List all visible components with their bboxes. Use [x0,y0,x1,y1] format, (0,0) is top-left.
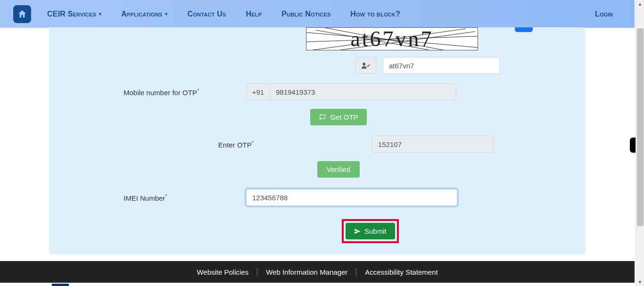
required-mark: * [252,140,254,146]
nav-help[interactable]: Help [246,10,262,18]
verified-label: Verified [327,165,350,173]
nav-items: CEIR Services ▾ Applications ▾ Contact U… [47,10,595,18]
imei-input[interactable] [246,189,457,206]
nav-contact-us[interactable]: Contact Us [188,10,226,18]
submit-label: Submit [364,227,387,235]
captcha-input[interactable] [383,57,500,74]
verified-row: Verified [68,161,567,178]
otp-input[interactable] [372,136,494,153]
nav-applications[interactable]: Applications ▾ [121,10,167,18]
mobile-input[interactable] [270,83,456,100]
nav-label: Applications [121,10,162,18]
enter-otp-label: Enter OTP* [68,140,280,149]
submit-row: Submit [68,219,567,243]
verified-button[interactable]: Verified [317,161,360,178]
flag-icon [52,284,69,286]
submit-highlight: Submit [342,219,399,243]
chevron-down-icon: ▾ [165,11,167,16]
captcha-text: at67vn7 [350,27,433,50]
phone-group: +91 [246,83,456,100]
login-link[interactable]: Login [595,10,613,18]
required-mark: * [197,88,199,93]
nav-how-to-block[interactable]: How to block? [350,10,400,18]
country-code: +91 [246,83,270,100]
send-icon [354,228,361,235]
footer-bottom [0,283,635,286]
user-check-icon [362,62,370,69]
nav-label: CEIR Services [47,10,96,18]
scroll-up-arrow[interactable]: ▲ [636,0,644,8]
imei-label: IMEI Number* [68,193,246,202]
nav-public-notices[interactable]: Public Notices [281,10,330,18]
nav-label: How to block? [350,10,400,18]
chevron-down-icon: ▾ [99,11,101,16]
scroll-thumb[interactable] [637,28,644,226]
imei-row: IMEI Number* [68,189,567,206]
mobile-label: Mobile number for OTP* [68,88,246,97]
get-otp-button[interactable]: Get OTP [310,109,366,125]
nav-ceir-services[interactable]: CEIR Services ▾ [47,10,101,18]
scroll-down-arrow[interactable]: ▼ [636,278,644,286]
nav-label: Public Notices [281,10,330,18]
home-icon [17,9,27,19]
footer-link-policies[interactable]: Website Policies [188,268,257,276]
captcha-input-row [355,57,567,74]
vertical-scrollbar[interactable]: ▲ ▼ [636,0,644,286]
nav-label: Contact Us [188,10,226,18]
side-tab[interactable] [630,138,636,153]
get-otp-row: Get OTP [68,109,567,125]
navbar: CEIR Services ▾ Applications ▾ Contact U… [0,0,635,28]
footer-link-accessibility[interactable]: Accessibility Statement [356,268,446,276]
main: at67vn7 Mobile number for OTP* +91 [0,28,635,254]
nav-label: Help [246,10,262,18]
otp-row: Enter OTP* [68,136,567,153]
svg-point-6 [363,63,365,65]
chat-icon [319,114,326,121]
home-button[interactable] [13,5,31,23]
get-otp-label: Get OTP [330,113,358,121]
submit-button[interactable]: Submit [346,223,395,239]
footer-link-wim[interactable]: Web Information Manager [257,268,356,276]
captcha-refresh-button[interactable] [515,27,533,32]
imei-label-text: IMEI Number [124,194,165,202]
form-panel: at67vn7 Mobile number for OTP* +91 [49,27,586,254]
captcha-prefix [355,57,376,74]
required-mark: * [165,193,167,199]
captcha-image: at67vn7 [306,27,478,50]
enter-otp-label-text: Enter OTP [218,141,252,149]
mobile-label-text: Mobile number for OTP [124,89,197,97]
footer: Website Policies Web Information Manager… [0,261,635,283]
mobile-row: Mobile number for OTP* +91 [68,83,567,100]
